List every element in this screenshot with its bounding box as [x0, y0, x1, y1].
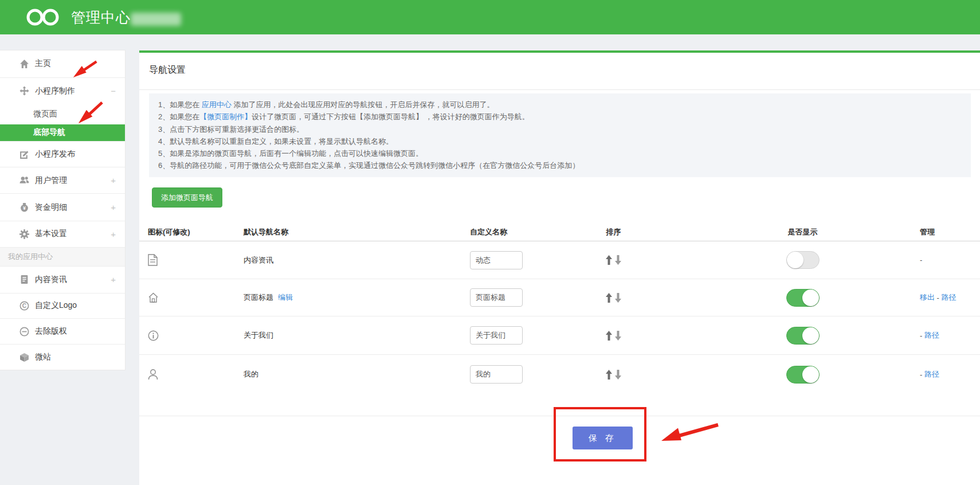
save-button[interactable]: 保 存	[573, 427, 633, 449]
remove-link[interactable]: 移出	[920, 292, 935, 303]
custom-name-input[interactable]	[470, 365, 523, 384]
visibility-toggle[interactable]	[786, 366, 820, 384]
collapse-icon[interactable]: −	[111, 86, 116, 96]
move-icon	[19, 86, 29, 96]
instruction-line: 1、如果您在 应用中心 添加了应用，此处会出现应用对应的导航按钮，开启后并保存，…	[158, 99, 962, 111]
copyright-icon: C	[19, 301, 29, 311]
custom-name-input[interactable]	[470, 326, 523, 345]
col-header-name: 默认导航名称	[244, 223, 288, 241]
top-header-bar: 管理中心	[0, 0, 980, 34]
micropage-build-link[interactable]: 【微页面制作】	[199, 112, 252, 121]
edit-link[interactable]: 编辑	[278, 292, 293, 303]
app-center-link[interactable]: 应用中心	[202, 100, 232, 109]
add-micropage-nav-button[interactable]: 添加微页面导航	[152, 187, 222, 208]
page-title: 导航设置	[149, 64, 186, 76]
sidebar-item-bottom-nav[interactable]: 底部导航	[0, 124, 125, 142]
instruction-line: 3、点击下方图标可重新选择更适合的图标。	[158, 123, 962, 135]
sort-down-icon[interactable]	[615, 255, 621, 265]
sidebar-item-label: 微页面	[33, 109, 57, 119]
sidebar-item-label: 底部导航	[33, 127, 65, 138]
sidebar-item-label: 去除版权	[35, 326, 67, 337]
col-header-icon: 图标(可修改)	[148, 223, 190, 241]
expand-icon[interactable]: +	[111, 275, 116, 284]
users-icon	[19, 175, 29, 185]
sidebar-item-content-news[interactable]: 内容资讯 +	[0, 266, 125, 293]
sidebar-item-microsite[interactable]: 微站	[0, 344, 125, 370]
instruction-line: 5、如果是添加的微页面导航，后面有一个编辑功能，点击可以快速编辑微页面。	[158, 147, 962, 159]
sidebar-item-home[interactable]: 主页	[0, 50, 125, 77]
sidebar-item-funds-detail[interactable]: ¥ 资金明细 +	[0, 193, 125, 221]
col-header-manage: 管理	[920, 223, 935, 241]
col-header-show: 是否显示	[761, 223, 844, 241]
sort-up-icon[interactable]	[606, 255, 612, 265]
sidebar-item-label: 基本设置	[35, 229, 67, 239]
sidebar-section-label: 我的应用中心	[8, 252, 53, 262]
sort-up-icon[interactable]	[606, 331, 612, 341]
sort-up-icon[interactable]	[606, 293, 612, 303]
nav-icon-cell[interactable]	[148, 316, 159, 354]
nav-icon-cell[interactable]	[148, 241, 158, 279]
expand-icon[interactable]: +	[111, 202, 116, 212]
visibility-toggle[interactable]	[786, 289, 820, 307]
instructions-box: 1、如果您在 应用中心 添加了应用，此处会出现应用对应的导航按钮，开启后并保存，…	[149, 93, 971, 177]
custom-name-input[interactable]	[470, 251, 523, 269]
svg-text:¥: ¥	[23, 205, 26, 211]
doc-page-icon	[148, 254, 158, 266]
nav-default-name: 内容资讯	[244, 255, 273, 265]
sidebar-item-label: 小程序制作	[35, 86, 75, 96]
sidebar-item-label: 资金明细	[35, 202, 67, 213]
sidebar-item-label: 用户管理	[35, 175, 67, 186]
expand-icon[interactable]: +	[111, 229, 116, 239]
path-link[interactable]: 路径	[942, 292, 957, 303]
custom-name-input[interactable]	[470, 288, 523, 307]
sort-down-icon[interactable]	[615, 293, 621, 303]
path-link[interactable]: 路径	[924, 330, 939, 341]
sidebar-item-miniprogram-publish[interactable]: 小程序发布	[0, 141, 125, 167]
nav-icon-cell[interactable]	[148, 355, 158, 394]
visibility-toggle[interactable]	[786, 327, 820, 345]
instruction-line: 2、如果您在【微页面制作】设计了微页面，可通过下方按钮【添加微页面导航】 ，将设…	[158, 111, 962, 123]
sidebar-item-user-management[interactable]: 用户管理 +	[0, 167, 125, 193]
info-icon	[148, 330, 159, 341]
instruction-line: 6、导航的路径功能，可用于微信公众号底部自定义菜单，实现通过微信公众号跳转到微信…	[158, 159, 962, 171]
svg-text:C: C	[22, 303, 26, 309]
table-row: 页面标题编辑 移出 - 路径	[139, 279, 980, 316]
user-icon	[148, 369, 158, 380]
manage-separator: -	[920, 256, 922, 264]
toggle-knob	[802, 366, 819, 383]
main-panel: 导航设置 1、如果您在 应用中心 添加了应用，此处会出现应用对应的导航按钮，开启…	[139, 50, 980, 485]
sidebar-item-label: 小程序发布	[35, 149, 75, 159]
table-row: 关于我们 - 路径	[139, 316, 980, 355]
toggle-knob	[787, 252, 803, 268]
sort-down-icon[interactable]	[615, 370, 621, 380]
edit-icon	[19, 150, 29, 159]
sidebar-item-miniprogram-build[interactable]: 小程序制作 −	[0, 77, 125, 104]
divider	[139, 89, 980, 90]
sidebar-section-my-app-center: 我的应用中心	[0, 247, 125, 266]
expand-icon[interactable]: +	[111, 175, 116, 185]
nav-icon-cell[interactable]	[148, 279, 159, 316]
cube-icon	[19, 353, 29, 362]
redacted-text	[131, 13, 181, 26]
sidebar-item-custom-logo[interactable]: C 自定义Logo	[0, 293, 125, 319]
col-header-sort: 排序	[598, 223, 629, 241]
home-line-icon	[148, 292, 159, 303]
sidebar-nav: 主页 小程序制作 − 微页面 底部导航 小程序发布 用户管理 + ¥ 资金明细 …	[0, 50, 125, 370]
sidebar-item-basic-settings[interactable]: 基本设置 +	[0, 221, 125, 247]
sidebar-item-micropage[interactable]: 微页面	[0, 104, 125, 124]
visibility-toggle[interactable]	[786, 251, 820, 269]
table-row: 我的 - 路径	[139, 355, 980, 416]
doc-icon	[19, 275, 29, 284]
instruction-line: 4、默认导航名称可以重新自定义，如果未设置，将显示默认导航名称。	[158, 135, 962, 147]
manage-separator: -	[920, 331, 924, 340]
sort-up-icon[interactable]	[606, 370, 612, 380]
sidebar-item-remove-copyright[interactable]: 去除版权	[0, 318, 125, 344]
table-row: 内容资讯 -	[139, 241, 980, 279]
toggle-knob	[802, 327, 819, 344]
table-header-row: 图标(可修改) 默认导航名称 自定义名称 排序 是否显示 管理	[139, 223, 980, 241]
path-link[interactable]: 路径	[924, 369, 939, 380]
sort-down-icon[interactable]	[615, 331, 621, 341]
sidebar-item-label: 主页	[35, 58, 51, 69]
sidebar-item-label: 自定义Logo	[35, 300, 77, 311]
minus-circle-icon	[19, 327, 29, 337]
